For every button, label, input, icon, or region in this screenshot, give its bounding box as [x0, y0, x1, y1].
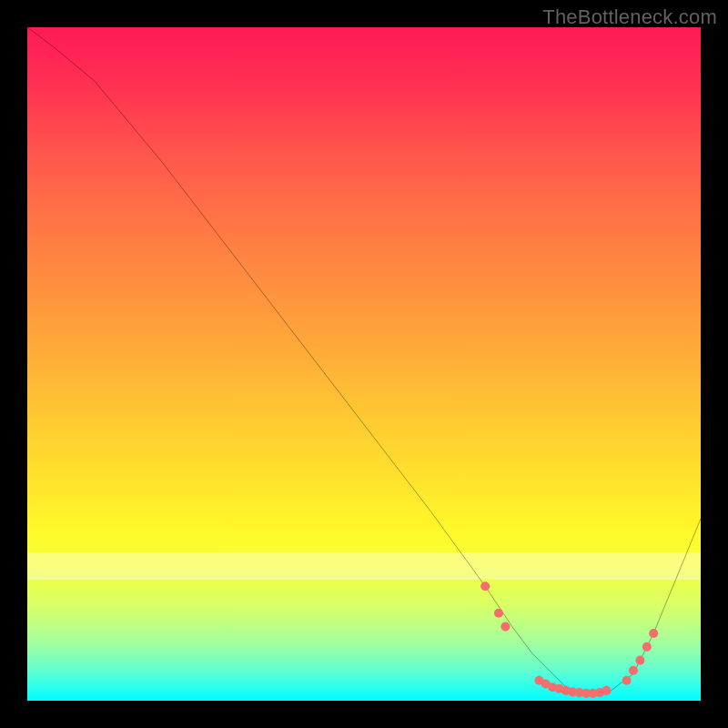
marker-dot	[635, 656, 644, 665]
chart-svg	[27, 27, 701, 701]
marker-dot	[649, 629, 658, 638]
marker-dot	[500, 622, 510, 632]
marker-dot	[622, 676, 632, 685]
watermark-text: TheBottleneck.com	[542, 5, 717, 29]
curve-markers	[480, 581, 658, 698]
marker-dot	[480, 581, 490, 591]
chart-frame: TheBottleneck.com	[0, 0, 728, 728]
plot-area	[27, 27, 701, 701]
curve-line	[27, 27, 701, 694]
marker-dot	[602, 686, 611, 695]
marker-dot	[494, 609, 503, 618]
marker-dot	[629, 666, 638, 675]
marker-dot	[642, 642, 652, 652]
